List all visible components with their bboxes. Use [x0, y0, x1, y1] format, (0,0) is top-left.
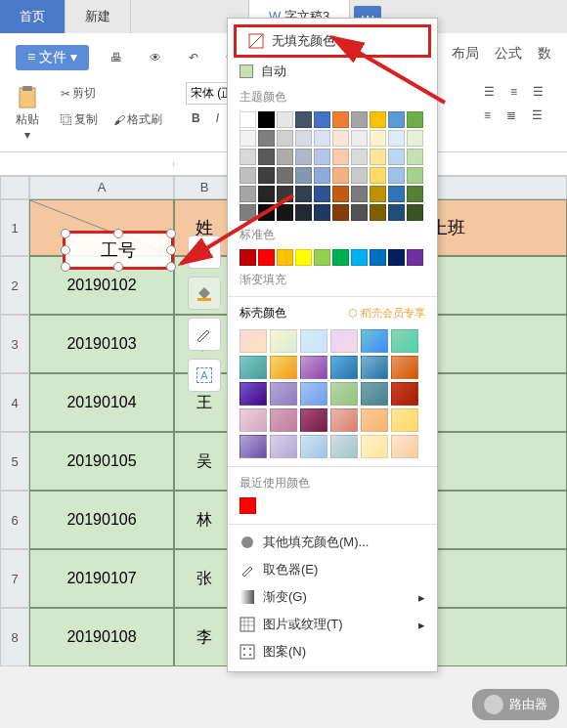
align-right-icon[interactable]: ☰: [527, 82, 549, 102]
more-colors-option[interactable]: 其他填充颜色(M)...: [228, 529, 437, 556]
color-swatch[interactable]: [332, 204, 349, 221]
cell[interactable]: 20190104: [29, 373, 174, 432]
resize-handle[interactable]: [61, 229, 70, 238]
color-swatch[interactable]: [314, 204, 330, 221]
color-swatch[interactable]: [370, 204, 386, 221]
gradient-swatch[interactable]: [240, 435, 267, 458]
color-swatch[interactable]: [332, 130, 349, 147]
color-swatch[interactable]: [407, 167, 423, 184]
color-swatch[interactable]: [351, 186, 368, 202]
gradient-swatch[interactable]: [391, 408, 418, 432]
color-swatch[interactable]: [314, 186, 330, 202]
color-swatch[interactable]: [370, 249, 386, 266]
color-swatch[interactable]: [370, 149, 386, 165]
cell[interactable]: 20190108: [29, 608, 174, 666]
menu-formula[interactable]: 公式: [495, 45, 522, 70]
color-swatch[interactable]: [240, 204, 256, 221]
cell[interactable]: 吴: [174, 432, 235, 491]
cell[interactable]: 20190105: [29, 432, 174, 491]
align-center-v-icon[interactable]: ≡: [504, 82, 523, 102]
color-swatch[interactable]: [258, 111, 275, 128]
pattern-option[interactable]: 图案(N): [228, 638, 437, 665]
cell[interactable]: 张: [174, 549, 235, 608]
cell[interactable]: 李: [174, 608, 235, 666]
color-swatch[interactable]: [240, 186, 256, 202]
gradient-swatch[interactable]: [240, 382, 267, 406]
color-swatch[interactable]: [332, 249, 349, 266]
resize-handle[interactable]: [166, 245, 176, 255]
color-swatch[interactable]: [388, 186, 405, 202]
color-swatch[interactable]: [332, 111, 349, 128]
color-swatch[interactable]: [407, 204, 423, 221]
color-swatch[interactable]: [351, 130, 368, 147]
color-swatch[interactable]: [407, 130, 423, 147]
color-swatch[interactable]: [407, 149, 423, 165]
outline-button[interactable]: [188, 318, 221, 351]
resize-handle[interactable]: [113, 229, 123, 238]
align-left-icon[interactable]: ☰: [478, 82, 501, 102]
gradient-swatch[interactable]: [300, 408, 327, 432]
color-swatch[interactable]: [240, 130, 256, 147]
color-swatch[interactable]: [332, 149, 349, 165]
color-swatch[interactable]: [240, 167, 256, 184]
resize-handle[interactable]: [61, 262, 70, 272]
cut-button[interactable]: ✂ 剪切: [55, 82, 102, 105]
gradient-swatch[interactable]: [270, 382, 297, 406]
color-swatch[interactable]: [351, 149, 368, 165]
color-swatch[interactable]: [258, 204, 275, 221]
color-swatch[interactable]: [240, 111, 256, 128]
gradient-swatch[interactable]: [300, 329, 327, 353]
color-swatch[interactable]: [295, 149, 312, 165]
row-header[interactable]: 1: [0, 199, 29, 256]
color-swatch[interactable]: [295, 186, 312, 202]
color-swatch[interactable]: [314, 130, 330, 147]
color-swatch[interactable]: [351, 249, 368, 266]
color-swatch[interactable]: [370, 167, 386, 184]
gradient-swatch[interactable]: [361, 356, 388, 379]
col-header[interactable]: A: [29, 176, 174, 199]
color-swatch[interactable]: [370, 111, 386, 128]
color-swatch[interactable]: [240, 149, 256, 165]
gradient-swatch[interactable]: [330, 356, 358, 379]
gradient-swatch[interactable]: [270, 329, 297, 353]
color-swatch[interactable]: [295, 204, 312, 221]
color-swatch[interactable]: [295, 249, 312, 266]
gradient-swatch[interactable]: [240, 356, 267, 379]
gradient-swatch[interactable]: [361, 435, 388, 458]
color-swatch[interactable]: [388, 111, 405, 128]
gradient-swatch[interactable]: [330, 408, 358, 432]
color-swatch[interactable]: [258, 186, 275, 202]
print-icon[interactable]: 🖶: [105, 45, 128, 70]
row-header[interactable]: 8: [0, 608, 29, 666]
color-swatch[interactable]: [388, 167, 405, 184]
recent-color-swatch[interactable]: [240, 497, 256, 514]
gradient-swatch[interactable]: [361, 329, 388, 353]
color-swatch[interactable]: [295, 111, 312, 128]
align-justify-icon[interactable]: ☰: [526, 106, 548, 125]
color-swatch[interactable]: [314, 167, 330, 184]
font-style-button[interactable]: A: [188, 359, 221, 392]
tab-home[interactable]: 首页: [0, 0, 65, 33]
select-all-corner[interactable]: [0, 176, 29, 199]
color-swatch[interactable]: [258, 167, 275, 184]
resize-handle[interactable]: [113, 262, 123, 272]
align-center-icon[interactable]: ≣: [501, 106, 522, 125]
gradient-menu-option[interactable]: 渐变(G)▸: [228, 583, 437, 611]
align-left2-icon[interactable]: ≡: [478, 106, 497, 125]
color-swatch[interactable]: [370, 130, 386, 147]
menu-data[interactable]: 数: [538, 45, 551, 70]
resize-handle[interactable]: [61, 245, 70, 255]
color-swatch[interactable]: [351, 167, 368, 184]
color-swatch[interactable]: [258, 149, 275, 165]
gradient-swatch[interactable]: [270, 408, 297, 432]
color-swatch[interactable]: [314, 249, 330, 266]
color-swatch[interactable]: [332, 186, 349, 202]
color-swatch[interactable]: [277, 249, 293, 266]
format-painter[interactable]: 🖌 格式刷: [108, 108, 168, 131]
color-swatch[interactable]: [388, 204, 405, 221]
color-swatch[interactable]: [370, 186, 386, 202]
auto-color-option[interactable]: 自动: [228, 58, 437, 85]
italic-button[interactable]: I: [210, 108, 225, 128]
gradient-swatch[interactable]: [270, 435, 297, 458]
gradient-swatch[interactable]: [361, 382, 388, 406]
